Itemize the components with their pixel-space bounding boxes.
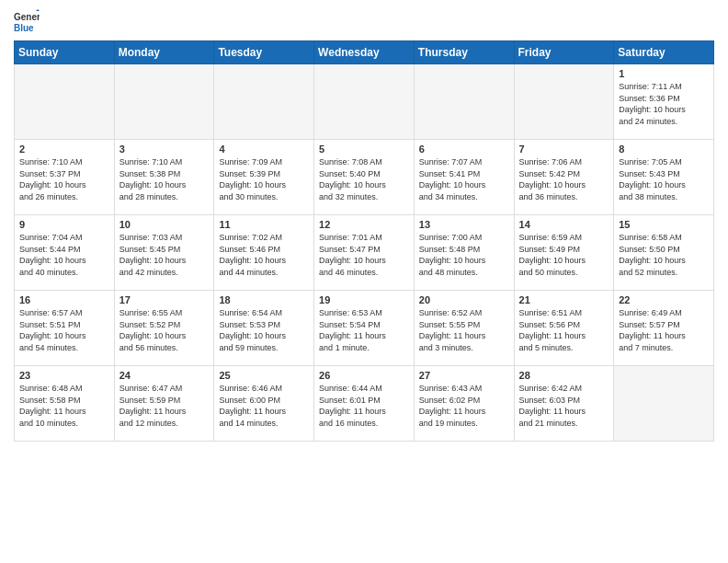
day-info: Sunrise: 6:55 AM Sunset: 5:52 PM Dayligh… bbox=[119, 307, 210, 353]
logo: General Blue bbox=[14, 9, 40, 35]
day-number: 3 bbox=[119, 144, 210, 155]
day-cell bbox=[414, 64, 514, 140]
weekday-sunday: Sunday bbox=[15, 41, 115, 64]
day-number: 14 bbox=[519, 219, 609, 230]
day-cell: 14Sunrise: 6:59 AM Sunset: 5:49 PM Dayli… bbox=[514, 215, 614, 291]
day-info: Sunrise: 7:00 AM Sunset: 5:48 PM Dayligh… bbox=[419, 232, 509, 278]
day-number: 11 bbox=[219, 219, 309, 230]
day-info: Sunrise: 7:10 AM Sunset: 5:37 PM Dayligh… bbox=[19, 156, 109, 202]
day-info: Sunrise: 7:02 AM Sunset: 5:46 PM Dayligh… bbox=[219, 232, 309, 278]
day-info: Sunrise: 6:44 AM Sunset: 6:01 PM Dayligh… bbox=[319, 383, 409, 429]
day-cell: 23Sunrise: 6:48 AM Sunset: 5:58 PM Dayli… bbox=[15, 366, 115, 442]
day-cell: 15Sunrise: 6:58 AM Sunset: 5:50 PM Dayli… bbox=[614, 215, 714, 291]
day-cell: 17Sunrise: 6:55 AM Sunset: 5:52 PM Dayli… bbox=[114, 291, 214, 366]
svg-marker-2 bbox=[36, 9, 40, 11]
day-number: 27 bbox=[419, 370, 509, 381]
day-cell: 26Sunrise: 6:44 AM Sunset: 6:01 PM Dayli… bbox=[314, 366, 415, 442]
day-info: Sunrise: 7:09 AM Sunset: 5:39 PM Dayligh… bbox=[219, 156, 309, 202]
weekday-monday: Monday bbox=[114, 41, 214, 64]
day-number: 8 bbox=[619, 144, 709, 155]
weekday-saturday: Saturday bbox=[614, 41, 714, 64]
header: General Blue bbox=[14, 9, 714, 35]
day-number: 1 bbox=[619, 68, 709, 79]
weekday-wednesday: Wednesday bbox=[314, 41, 415, 64]
week-row-3: 9Sunrise: 7:04 AM Sunset: 5:44 PM Daylig… bbox=[15, 215, 714, 291]
day-cell: 6Sunrise: 7:07 AM Sunset: 5:41 PM Daylig… bbox=[414, 140, 514, 215]
day-number: 17 bbox=[119, 294, 210, 305]
day-cell: 25Sunrise: 6:46 AM Sunset: 6:00 PM Dayli… bbox=[214, 366, 314, 442]
day-number: 28 bbox=[519, 370, 609, 381]
day-info: Sunrise: 7:08 AM Sunset: 5:40 PM Dayligh… bbox=[319, 156, 409, 202]
day-cell bbox=[214, 64, 314, 140]
day-cell: 11Sunrise: 7:02 AM Sunset: 5:46 PM Dayli… bbox=[214, 215, 314, 291]
day-cell bbox=[114, 64, 214, 140]
day-number: 16 bbox=[19, 294, 109, 305]
day-info: Sunrise: 7:06 AM Sunset: 5:42 PM Dayligh… bbox=[519, 156, 609, 202]
day-cell: 4Sunrise: 7:09 AM Sunset: 5:39 PM Daylig… bbox=[214, 140, 314, 215]
day-cell: 5Sunrise: 7:08 AM Sunset: 5:40 PM Daylig… bbox=[314, 140, 415, 215]
day-info: Sunrise: 6:58 AM Sunset: 5:50 PM Dayligh… bbox=[619, 232, 709, 278]
day-cell: 24Sunrise: 6:47 AM Sunset: 5:59 PM Dayli… bbox=[114, 366, 214, 442]
svg-text:General: General bbox=[14, 12, 40, 22]
day-number: 22 bbox=[619, 294, 709, 305]
day-cell: 7Sunrise: 7:06 AM Sunset: 5:42 PM Daylig… bbox=[514, 140, 614, 215]
day-number: 4 bbox=[219, 144, 309, 155]
day-info: Sunrise: 6:48 AM Sunset: 5:58 PM Dayligh… bbox=[19, 383, 109, 429]
day-cell bbox=[514, 64, 614, 140]
day-cell: 2Sunrise: 7:10 AM Sunset: 5:37 PM Daylig… bbox=[15, 140, 115, 215]
day-info: Sunrise: 6:53 AM Sunset: 5:54 PM Dayligh… bbox=[319, 307, 409, 353]
day-number: 2 bbox=[19, 144, 109, 155]
day-cell: 20Sunrise: 6:52 AM Sunset: 5:55 PM Dayli… bbox=[414, 291, 514, 366]
day-cell: 16Sunrise: 6:57 AM Sunset: 5:51 PM Dayli… bbox=[15, 291, 115, 366]
day-info: Sunrise: 7:11 AM Sunset: 5:36 PM Dayligh… bbox=[619, 81, 709, 127]
calendar-table: SundayMondayTuesdayWednesdayThursdayFrid… bbox=[14, 40, 714, 442]
day-cell: 3Sunrise: 7:10 AM Sunset: 5:38 PM Daylig… bbox=[114, 140, 214, 215]
day-info: Sunrise: 7:01 AM Sunset: 5:47 PM Dayligh… bbox=[319, 232, 409, 278]
weekday-thursday: Thursday bbox=[414, 41, 514, 64]
day-info: Sunrise: 7:03 AM Sunset: 5:45 PM Dayligh… bbox=[119, 232, 210, 278]
day-info: Sunrise: 6:51 AM Sunset: 5:56 PM Dayligh… bbox=[519, 307, 609, 353]
day-number: 18 bbox=[219, 294, 309, 305]
svg-text:Blue: Blue bbox=[14, 23, 34, 33]
day-number: 20 bbox=[419, 294, 509, 305]
logo-svg: General Blue bbox=[14, 9, 40, 35]
day-number: 15 bbox=[619, 219, 709, 230]
weekday-tuesday: Tuesday bbox=[214, 41, 314, 64]
day-number: 23 bbox=[19, 370, 109, 381]
day-cell: 21Sunrise: 6:51 AM Sunset: 5:56 PM Dayli… bbox=[514, 291, 614, 366]
day-number: 19 bbox=[319, 294, 409, 305]
day-info: Sunrise: 6:52 AM Sunset: 5:55 PM Dayligh… bbox=[419, 307, 509, 353]
day-cell: 18Sunrise: 6:54 AM Sunset: 5:53 PM Dayli… bbox=[214, 291, 314, 366]
page: General Blue SundayMondayTuesdayWednesda… bbox=[0, 0, 728, 563]
day-number: 13 bbox=[419, 219, 509, 230]
day-cell: 19Sunrise: 6:53 AM Sunset: 5:54 PM Dayli… bbox=[314, 291, 415, 366]
day-info: Sunrise: 6:47 AM Sunset: 5:59 PM Dayligh… bbox=[119, 383, 210, 429]
day-cell: 22Sunrise: 6:49 AM Sunset: 5:57 PM Dayli… bbox=[614, 291, 714, 366]
day-cell: 28Sunrise: 6:42 AM Sunset: 6:03 PM Dayli… bbox=[514, 366, 614, 442]
day-cell: 1Sunrise: 7:11 AM Sunset: 5:36 PM Daylig… bbox=[614, 64, 714, 140]
day-info: Sunrise: 6:43 AM Sunset: 6:02 PM Dayligh… bbox=[419, 383, 509, 429]
day-cell: 9Sunrise: 7:04 AM Sunset: 5:44 PM Daylig… bbox=[15, 215, 115, 291]
day-number: 25 bbox=[219, 370, 309, 381]
day-cell: 27Sunrise: 6:43 AM Sunset: 6:02 PM Dayli… bbox=[414, 366, 514, 442]
day-info: Sunrise: 7:05 AM Sunset: 5:43 PM Dayligh… bbox=[619, 156, 709, 202]
day-info: Sunrise: 7:10 AM Sunset: 5:38 PM Dayligh… bbox=[119, 156, 210, 202]
weekday-friday: Friday bbox=[514, 41, 614, 64]
day-cell: 13Sunrise: 7:00 AM Sunset: 5:48 PM Dayli… bbox=[414, 215, 514, 291]
day-info: Sunrise: 6:59 AM Sunset: 5:49 PM Dayligh… bbox=[519, 232, 609, 278]
week-row-4: 16Sunrise: 6:57 AM Sunset: 5:51 PM Dayli… bbox=[15, 291, 714, 366]
day-info: Sunrise: 6:42 AM Sunset: 6:03 PM Dayligh… bbox=[519, 383, 609, 429]
day-number: 26 bbox=[319, 370, 409, 381]
day-info: Sunrise: 6:46 AM Sunset: 6:00 PM Dayligh… bbox=[219, 383, 309, 429]
week-row-5: 23Sunrise: 6:48 AM Sunset: 5:58 PM Dayli… bbox=[15, 366, 714, 442]
day-number: 21 bbox=[519, 294, 609, 305]
day-cell bbox=[15, 64, 115, 140]
week-row-1: 1Sunrise: 7:11 AM Sunset: 5:36 PM Daylig… bbox=[15, 64, 714, 140]
day-info: Sunrise: 6:54 AM Sunset: 5:53 PM Dayligh… bbox=[219, 307, 309, 353]
day-cell bbox=[314, 64, 415, 140]
week-row-2: 2Sunrise: 7:10 AM Sunset: 5:37 PM Daylig… bbox=[15, 140, 714, 215]
weekday-header-row: SundayMondayTuesdayWednesdayThursdayFrid… bbox=[15, 41, 714, 64]
day-number: 24 bbox=[119, 370, 210, 381]
day-number: 6 bbox=[419, 144, 509, 155]
day-info: Sunrise: 6:57 AM Sunset: 5:51 PM Dayligh… bbox=[19, 307, 109, 353]
